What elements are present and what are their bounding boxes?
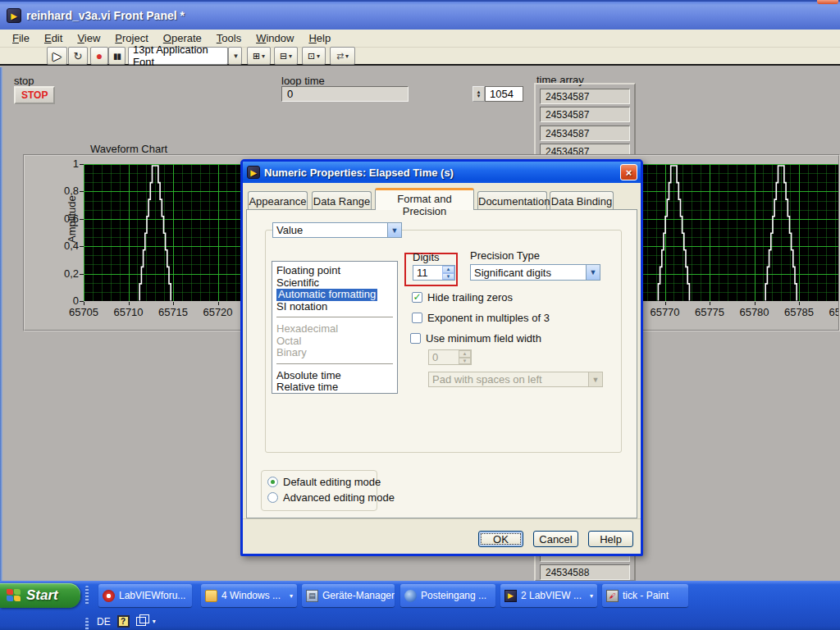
resize-objects-button[interactable]: ⊡▾ <box>302 47 326 65</box>
hide-trailing-zeros-row[interactable]: ✓ Hide trailing zeros <box>412 291 513 304</box>
chevron-down-icon: ▼ <box>588 372 602 386</box>
x-tick-mark <box>755 302 756 305</box>
waveform-chart-label: Waveform Chart <box>90 143 167 155</box>
time-array-element[interactable]: 24534587 <box>540 107 630 122</box>
list-item-si-notation[interactable]: SI notation <box>276 301 397 313</box>
radio-unselected-icon[interactable] <box>267 492 278 503</box>
taskbar-button-1[interactable]: LabVIEWforu... <box>98 584 192 607</box>
dialog-titlebar[interactable]: ▶ Numeric Properties: Elapsed Time (s) × <box>243 162 641 183</box>
y-tick-mark <box>80 246 84 247</box>
chevron-down-icon[interactable]: ▼ <box>387 223 401 237</box>
taskbar-grip[interactable] <box>85 586 89 605</box>
checkbox-checked-icon[interactable]: ✓ <box>412 292 422 303</box>
array-index-value[interactable]: 1054 <box>485 86 523 102</box>
array-index-spinner[interactable]: ▲▼ <box>472 86 485 102</box>
x-tick-label: 65780 <box>739 306 769 318</box>
device-manager-icon: ▤ <box>306 590 318 602</box>
checkbox-unchecked-icon[interactable] <box>410 333 421 344</box>
chevron-down-icon[interactable]: ▾ <box>590 592 593 600</box>
taskbar-button-6[interactable]: 🖌tick - Paint <box>602 584 688 607</box>
pause-button[interactable]: ▮▮ <box>108 47 126 65</box>
x-tick-label: 65705 <box>69 306 98 318</box>
time-array-element[interactable]: 24534587 <box>540 126 630 141</box>
folder-icon <box>205 590 217 602</box>
list-item-automatic-formatting[interactable]: Automatic formatting <box>276 289 377 301</box>
time-array-index[interactable]: ▲▼ 1054 <box>472 86 523 102</box>
run-continuously-button[interactable]: ↻ <box>68 47 88 65</box>
list-item-hexadecimal: Hexadecimal <box>276 323 397 336</box>
menu-help[interactable]: Help <box>301 30 338 46</box>
x-tick-mark <box>710 302 710 305</box>
format-listbox[interactable]: Floating pointScientificAutomatic format… <box>272 261 398 394</box>
taskbar-button-5[interactable]: ▶2 LabVIEW ...▾ <box>500 584 597 607</box>
ok-button[interactable]: OK <box>478 531 523 547</box>
value-selector[interactable]: Value▼ <box>272 222 402 238</box>
list-item-binary: Binary <box>276 347 397 359</box>
start-button[interactable]: Start <box>0 583 80 608</box>
tab-data-range[interactable]: Data Range <box>312 191 372 209</box>
menu-edit[interactable]: Edit <box>37 30 70 46</box>
menu-window[interactable]: Window <box>249 30 301 46</box>
y-tick-label: 0,4 <box>54 240 79 252</box>
list-item-floating-point[interactable]: Floating point <box>276 265 397 277</box>
window-titlebar[interactable]: ▶ reinhard_v3a.vi Front Panel * <box>0 0 840 30</box>
window-close-button-cropped[interactable] <box>817 0 838 4</box>
window-title: reinhard_v3a.vi Front Panel * <box>26 9 185 22</box>
chevron-down-icon[interactable]: ▼ <box>586 265 600 280</box>
spinner-arrows-icon: ▲▼ <box>459 350 471 364</box>
distribute-objects-button[interactable]: ⊟▾ <box>274 47 298 65</box>
tab-appearance[interactable]: Appearance <box>248 191 308 209</box>
list-item-relative-time[interactable]: Relative time <box>276 381 397 394</box>
language-bar-grip[interactable] <box>85 618 89 630</box>
use-min-field-width-row[interactable]: Use minimum field width <box>410 332 541 345</box>
tab-format-and-precision[interactable]: Format and Precision <box>375 188 474 210</box>
spinner-arrows-icon[interactable]: ▲▼ <box>442 266 454 280</box>
help-button[interactable]: Help <box>588 531 633 547</box>
font-selector-arrow[interactable]: ▼ <box>228 47 242 65</box>
window-left-border <box>0 67 2 581</box>
keyboard-layout-icon[interactable]: ? <box>117 615 130 628</box>
language-bar-options-icon[interactable]: ▾ <box>153 618 156 625</box>
x-tick-mark <box>799 302 800 305</box>
list-item-absolute-time[interactable]: Absolute time <box>276 370 397 382</box>
min-field-width-stepper[interactable]: 0 ▲▼ <box>428 349 472 365</box>
precision-type-selector[interactable]: Significant digits▼ <box>470 264 600 281</box>
cancel-button[interactable]: Cancel <box>533 531 578 547</box>
taskbar-button-label: Posteingang ... <box>421 590 486 601</box>
run-button[interactable]: ▶ <box>47 47 67 65</box>
list-item-scientific[interactable]: Scientific <box>276 277 397 290</box>
time-array-element[interactable]: 24534587 <box>540 89 630 104</box>
radio-selected-icon[interactable] <box>267 477 278 487</box>
tab-data-binding[interactable]: Data Binding <box>550 191 614 209</box>
default-editing-mode-radio[interactable]: Default editing mode <box>267 476 381 488</box>
stop-button[interactable]: STOP <box>14 86 55 104</box>
reorder-button[interactable]: ⇄▾ <box>330 47 355 65</box>
font-selector[interactable]: 13pt Application Font <box>128 47 228 65</box>
chevron-down-icon[interactable]: ▾ <box>290 592 293 600</box>
time-array-element[interactable]: 24534588 <box>540 564 630 580</box>
align-objects-button[interactable]: ⊞▾ <box>247 47 271 65</box>
dialog-close-icon[interactable]: × <box>620 164 637 180</box>
checkbox-unchecked-icon[interactable] <box>412 313 422 323</box>
taskbar-button-label: 2 LabVIEW ... <box>521 590 582 601</box>
menu-view[interactable]: View <box>70 30 107 46</box>
language-bar-restore-icon[interactable] <box>136 617 146 626</box>
digits-stepper[interactable]: 11 ▲▼ <box>413 265 455 281</box>
x-tick-label: 65775 <box>695 306 724 318</box>
loop-time-value[interactable]: 0 <box>281 86 409 102</box>
tab-documentation[interactable]: Documentation <box>477 191 547 209</box>
exponent-multiples-row[interactable]: Exponent in multiples of 3 <box>412 312 550 324</box>
pad-option-selector[interactable]: Pad with spaces on left▼ <box>428 372 603 387</box>
menu-file[interactable]: File <box>5 30 37 46</box>
taskbar-button-3[interactable]: ▤Geräte-Manager <box>302 584 395 607</box>
x-tick-mark <box>84 302 84 305</box>
taskbar-button-2[interactable]: 4 Windows ...▾ <box>201 584 297 607</box>
advanced-editing-mode-radio[interactable]: Advanced editing mode <box>267 491 395 504</box>
x-tick-label: 65720 <box>203 306 232 318</box>
taskbar-button-4[interactable]: Posteingang ... <box>400 584 495 607</box>
taskbar-button-label: Geräte-Manager <box>322 590 395 601</box>
x-tick-mark <box>173 302 174 305</box>
taskbar: Start LabVIEWforu...4 Windows ...▾▤Gerät… <box>0 581 840 630</box>
abort-button[interactable]: ● <box>90 47 108 65</box>
language-indicator[interactable]: DE <box>97 616 111 628</box>
